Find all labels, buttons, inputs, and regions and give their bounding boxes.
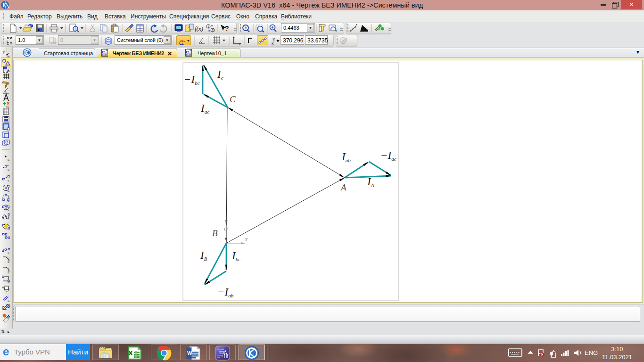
svg-text:2: 2 [212, 29, 214, 32]
svg-text:x: x [272, 41, 274, 46]
svg-text:f(x): f(x) [195, 25, 203, 32]
svg-text:A: A [340, 182, 347, 192]
svg-text:C: C [230, 94, 236, 104]
svg-text:X: X [244, 237, 248, 242]
svg-text:W: W [187, 350, 192, 356]
svg-text:B: B [212, 228, 218, 238]
svg-text:?: ? [225, 25, 229, 32]
svg-text:1: 1 [207, 25, 209, 28]
